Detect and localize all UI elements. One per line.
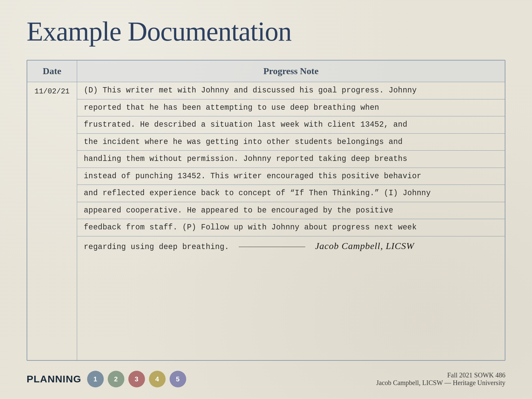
note-line-3: frustrated. He described a situation las…: [77, 116, 505, 134]
table-header-row: Date Progress Note: [27, 61, 505, 82]
progress-note-cell: (D) This writer met with Johnny and disc…: [77, 82, 505, 360]
planning-label: PLANNING: [27, 373, 81, 385]
note-line-1: (D) This writer met with Johnny and disc…: [77, 82, 505, 99]
date-column-header: Date: [27, 61, 77, 82]
note-line-7: and reflected experience back to concept…: [77, 185, 505, 202]
footer: PLANNING 1 2 3 4 5 Fall 2021 SOWK 486 Ja…: [27, 367, 505, 389]
note-line-8: appeared cooperative. He appeared to be …: [77, 202, 505, 219]
circle-button-5[interactable]: 5: [170, 371, 186, 387]
table-row: 11/02/21 (D) This writer met with Johnny…: [27, 82, 505, 360]
documentation-table: Date Progress Note 11/02/21 (D) This wri…: [27, 60, 505, 361]
note-column-header: Progress Note: [77, 61, 505, 82]
note-line-5: handling them without permission. Johnny…: [77, 151, 505, 168]
planning-section: PLANNING 1 2 3 4 5: [27, 371, 186, 387]
note-line-2: reported that he has been attempting to …: [77, 99, 505, 117]
footer-attribution: Fall 2021 SOWK 486 Jacob Campbell, LICSW…: [376, 371, 505, 387]
note-line-10: regarding using deep breathing. Jacob Ca…: [77, 236, 505, 256]
circle-button-1[interactable]: 1: [87, 371, 104, 387]
course-info: Fall 2021 SOWK 486: [376, 371, 505, 379]
circle-button-3[interactable]: 3: [128, 371, 145, 387]
instructor-info: Jacob Campbell, LICSW — Heritage Univers…: [376, 379, 505, 387]
note-line-6: instead of punching 13452. This writer e…: [77, 168, 505, 185]
note-line-4: the incident where he was getting into o…: [77, 134, 505, 151]
circle-button-2[interactable]: 2: [108, 371, 124, 387]
page-title: Example Documentation: [27, 17, 505, 47]
signature: Jacob Campbell, LICSW: [315, 241, 414, 251]
note-line-9: feedback from staff. (P) Follow up with …: [77, 219, 505, 236]
circle-button-4[interactable]: 4: [149, 371, 166, 387]
entry-date: 11/02/21: [27, 82, 77, 360]
